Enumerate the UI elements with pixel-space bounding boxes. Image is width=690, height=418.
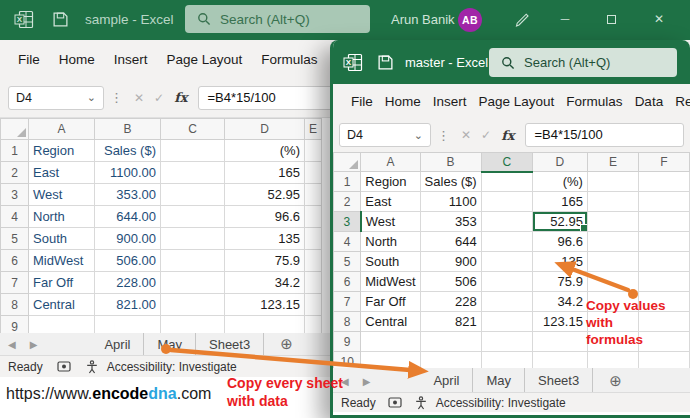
formula-input[interactable]: =B4*15/100 <box>525 123 684 147</box>
cell[interactable] <box>481 332 532 352</box>
new-sheet-button[interactable]: ⊕ <box>280 335 293 353</box>
cell[interactable] <box>305 140 322 162</box>
sheet-nav-left-icon[interactable]: ◀ <box>8 339 16 350</box>
cell[interactable]: East <box>361 192 420 212</box>
cell[interactable]: MidWest <box>361 272 420 292</box>
row-header[interactable]: 2 <box>334 192 361 212</box>
column-header[interactable]: C <box>161 119 225 140</box>
cell[interactable] <box>481 352 532 369</box>
cell[interactable]: South <box>29 228 95 250</box>
row-header[interactable]: 6 <box>334 272 361 292</box>
column-header[interactable]: F <box>638 153 689 172</box>
cell[interactable] <box>587 252 638 272</box>
ribbon-tab[interactable]: Insert <box>114 52 148 67</box>
name-box[interactable]: D4 ⌄ <box>8 86 104 110</box>
pen-mode-icon[interactable] <box>514 12 531 28</box>
column-header[interactable]: C <box>481 153 532 172</box>
cell[interactable] <box>161 206 225 228</box>
cell[interactable]: Region <box>361 172 420 192</box>
cell[interactable]: 135 <box>532 252 587 272</box>
ribbon-tab[interactable]: Formulas <box>261 52 317 67</box>
column-header[interactable]: E <box>305 119 322 140</box>
sheet-tab[interactable]: April <box>420 368 473 392</box>
save-icon[interactable] <box>377 54 394 71</box>
cell[interactable] <box>161 316 225 334</box>
cell[interactable] <box>481 192 532 212</box>
cell[interactable]: 96.6 <box>532 232 587 252</box>
search-box[interactable]: Search (Alt+Q) <box>185 5 370 33</box>
macro-record-icon[interactable] <box>57 361 71 373</box>
row-header[interactable]: 4 <box>1 206 29 228</box>
cell[interactable]: North <box>29 206 95 228</box>
cell[interactable] <box>305 184 322 206</box>
row-header[interactable]: 9 <box>334 332 361 352</box>
cell[interactable]: 165 <box>225 162 305 184</box>
cell[interactable] <box>587 192 638 212</box>
cell[interactable] <box>305 228 322 250</box>
cell[interactable]: 123.15 <box>532 312 587 332</box>
cell[interactable] <box>225 316 305 334</box>
ribbon-tab[interactable]: Page Layout <box>479 94 555 109</box>
cell[interactable] <box>481 172 532 192</box>
cell[interactable] <box>481 272 532 292</box>
cell[interactable]: (%) <box>225 140 305 162</box>
sheet-tab[interactable]: Sheet3 <box>196 333 264 355</box>
insert-function-icon[interactable]: fx <box>501 128 514 143</box>
cell[interactable]: 506 <box>420 272 481 292</box>
cell[interactable]: 96.6 <box>225 206 305 228</box>
row-header[interactable]: 5 <box>1 228 29 250</box>
cell[interactable]: West <box>29 184 95 206</box>
cell[interactable]: 644.00 <box>95 206 161 228</box>
row-header[interactable]: 6 <box>1 250 29 272</box>
cell[interactable] <box>587 232 638 252</box>
sheet-tab[interactable]: May <box>473 368 525 392</box>
cell[interactable]: Central <box>29 294 95 316</box>
cell[interactable] <box>95 316 161 334</box>
cell[interactable]: 123.15 <box>225 294 305 316</box>
cell[interactable]: South <box>361 252 420 272</box>
cell[interactable]: 75.9 <box>225 250 305 272</box>
cell[interactable] <box>161 272 225 294</box>
cell[interactable] <box>587 272 638 292</box>
row-header[interactable]: 7 <box>334 292 361 312</box>
cell[interactable] <box>161 162 225 184</box>
ribbon-tab[interactable]: Home <box>385 94 421 109</box>
row-header[interactable]: 5 <box>334 252 361 272</box>
select-all-button[interactable] <box>1 119 29 140</box>
row-header[interactable]: 4 <box>334 232 361 252</box>
cell[interactable] <box>587 212 638 232</box>
cell[interactable]: Far Off <box>361 292 420 312</box>
cell[interactable] <box>361 332 420 352</box>
cell[interactable]: 75.9 <box>532 272 587 292</box>
enter-icon[interactable]: ✓ <box>154 91 164 105</box>
save-icon[interactable] <box>52 11 69 28</box>
ribbon-tab[interactable]: File <box>18 52 40 67</box>
titlebar-sample[interactable]: X sample - Excel Search (Alt+Q) Arun Ban… <box>0 0 690 40</box>
cell[interactable]: Sales ($) <box>95 140 161 162</box>
ribbon-tab[interactable]: Data <box>635 94 664 109</box>
cell[interactable]: 821 <box>420 312 481 332</box>
cell[interactable] <box>305 294 322 316</box>
row-header[interactable]: 7 <box>1 272 29 294</box>
cell[interactable] <box>481 312 532 332</box>
ribbon-tab[interactable]: File <box>351 94 373 109</box>
cell[interactable] <box>161 250 225 272</box>
cell[interactable]: MidWest <box>29 250 95 272</box>
cell[interactable] <box>161 228 225 250</box>
accessibility-status[interactable]: Accessibility: Investigate <box>436 396 566 410</box>
cell[interactable]: North <box>361 232 420 252</box>
cell[interactable] <box>638 252 689 272</box>
cell[interactable] <box>305 250 322 272</box>
cell[interactable] <box>305 206 322 228</box>
column-header[interactable]: A <box>29 119 95 140</box>
cell[interactable] <box>420 352 481 369</box>
close-button[interactable]: ✕ <box>650 12 668 26</box>
cell[interactable] <box>420 332 481 352</box>
cancel-icon[interactable]: ✕ <box>134 91 144 105</box>
cell[interactable]: 1100 <box>420 192 481 212</box>
cell[interactable]: 34.2 <box>225 272 305 294</box>
cell[interactable]: 1100.00 <box>95 162 161 184</box>
cell[interactable] <box>638 172 689 192</box>
cell[interactable] <box>587 172 638 192</box>
cell[interactable]: 52.95 <box>225 184 305 206</box>
